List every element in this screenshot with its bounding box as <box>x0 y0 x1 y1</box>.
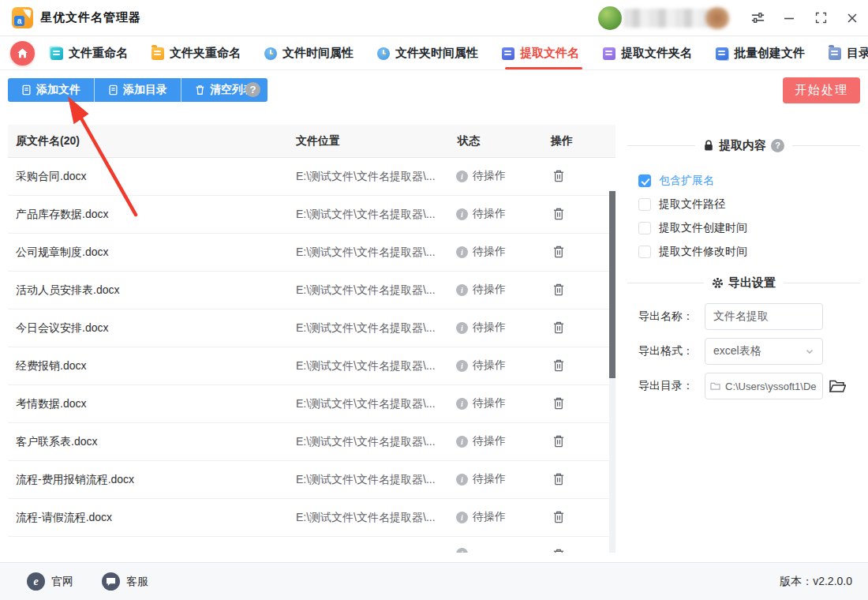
cell-status: i 待操作 <box>456 207 506 221</box>
export-form: 导出名称： 文件名提取 导出格式： excel表格 导出目录： C:\Users… <box>627 303 860 399</box>
extract-option-checkbox[interactable]: 提取文件路径 <box>638 193 860 216</box>
user-avatar[interactable] <box>598 6 622 30</box>
close-button[interactable] <box>836 0 868 36</box>
cell-original-filename: 今日会议安排.docx <box>16 321 108 336</box>
status-text: 待操作 <box>473 245 506 259</box>
trash-icon <box>552 245 565 258</box>
checkbox-label: 包含扩展名 <box>659 174 714 188</box>
table-row: 客户联系表.docx E:\测试文件\文件名提取器\... i 待操作 <box>8 423 615 461</box>
toolbar-button-group: 添加文件 添加目录 清空列表 <box>8 78 268 102</box>
delete-row-button[interactable] <box>552 434 565 450</box>
header-file-location: 文件位置 <box>296 134 340 148</box>
cell-status: i 待操作 <box>456 169 506 183</box>
cell-file-location: E:\测试文件\文件名提取器\... <box>296 283 436 298</box>
status-text: 待操作 <box>473 434 506 448</box>
toolbar-help-icon[interactable]: ? <box>245 82 260 97</box>
divider <box>627 283 704 283</box>
start-processing-button[interactable]: 开始处理 <box>783 77 860 103</box>
tab-item[interactable]: 文件重命名 <box>51 37 128 69</box>
tab-item[interactable]: 文件夹时间属性 <box>377 37 478 69</box>
tab-item[interactable]: 文件夹重命名 <box>152 37 241 69</box>
checkbox-icon[interactable] <box>638 174 651 187</box>
header-status: 状态 <box>458 134 480 148</box>
export-name-input[interactable]: 文件名提取 <box>705 303 823 330</box>
extract-content-section-header: 提取内容 ? <box>627 137 860 153</box>
checkbox-label: 提取文件创建时间 <box>659 221 747 235</box>
export-directory-input[interactable]: C:\Users\yssoft1\De <box>705 373 823 399</box>
info-icon: i <box>456 474 468 486</box>
trash-icon <box>552 396 565 410</box>
checkbox-icon[interactable] <box>638 198 651 211</box>
delete-row-button[interactable] <box>552 396 565 412</box>
delete-row-button[interactable] <box>552 321 565 336</box>
delete-row-button[interactable] <box>552 283 565 298</box>
chat-bubble-icon <box>102 572 120 591</box>
tab-icon <box>829 47 841 60</box>
delete-row-button[interactable] <box>552 169 565 185</box>
user-account-badge[interactable] <box>598 6 726 30</box>
delete-row-button[interactable] <box>552 548 565 553</box>
cell-status: i 待操作 <box>456 321 506 335</box>
table-scrollbar-thumb[interactable] <box>609 191 615 378</box>
folder-mini-icon <box>710 381 720 391</box>
extract-option-checkbox[interactable]: 包含扩展名 <box>638 169 860 193</box>
trash-icon <box>552 169 565 182</box>
home-button[interactable] <box>10 41 35 66</box>
tab-bar: 文件重命名 文件夹重命名 文件时间属性 文件夹时间属性 提取文件名 提取文件夹名… <box>0 37 868 70</box>
export-format-select[interactable]: excel表格 <box>705 338 823 365</box>
extract-option-checkbox[interactable]: 提取文件修改时间 <box>638 240 860 264</box>
checkbox-label: 提取文件路径 <box>659 197 725 212</box>
cell-original-filename: 考情数据.docx <box>16 397 86 411</box>
extract-option-checkbox[interactable]: 提取文件创建时间 <box>638 216 860 240</box>
checkbox-icon[interactable] <box>638 222 651 234</box>
checkbox-icon[interactable] <box>638 246 651 258</box>
customer-support-link[interactable]: 客服 <box>102 572 148 591</box>
checkbox-label: 提取文件修改时间 <box>659 245 747 259</box>
tab-item[interactable]: 批量创建文件 <box>716 37 805 69</box>
add-directory-label: 添加目录 <box>123 83 167 97</box>
info-icon: i <box>456 512 468 523</box>
settings-sliders-icon[interactable] <box>742 0 773 36</box>
delete-row-button[interactable] <box>552 472 565 488</box>
customer-support-label: 客服 <box>126 575 148 589</box>
browse-folder-button[interactable] <box>829 379 846 393</box>
cell-file-location: E:\测试文件\文件名提取器\... <box>296 321 436 336</box>
delete-row-button[interactable] <box>552 510 565 526</box>
tab-icon <box>716 47 728 60</box>
add-file-button[interactable]: 添加文件 <box>8 78 94 102</box>
settings-panel: 提取内容 ? 包含扩展名 提取文件路径 提取文件创建时间 提取文件修改时间 导出… <box>627 126 860 407</box>
table-row: 流程-请假流程.docx E:\测试文件\文件名提取器\... i 待操作 <box>8 499 615 537</box>
tab-item[interactable]: 目录文件合并/提取 <box>829 37 868 69</box>
tab-item[interactable]: 文件时间属性 <box>264 37 354 69</box>
trash-icon <box>552 548 565 553</box>
delete-row-button[interactable] <box>552 358 565 374</box>
minimize-button[interactable] <box>773 0 805 36</box>
table-row: 今日会议安排.docx E:\测试文件\文件名提取器\... i 待操作 <box>8 309 615 347</box>
delete-row-button[interactable] <box>552 245 565 261</box>
cell-status: i 待操作 <box>456 472 506 486</box>
status-text: 待操作 <box>473 358 506 373</box>
extract-options-list: 包含扩展名 提取文件路径 提取文件创建时间 提取文件修改时间 <box>638 169 860 264</box>
delete-row-button[interactable] <box>552 207 565 223</box>
tab-icon <box>377 47 390 60</box>
chevron-down-icon <box>805 347 814 356</box>
table-scrollbar-track[interactable] <box>609 191 615 553</box>
cell-status: i 待操作 <box>456 358 506 373</box>
lock-icon <box>703 140 714 152</box>
tab-label: 文件夹时间属性 <box>395 46 478 61</box>
tab-label: 文件重命名 <box>69 46 128 61</box>
tab-label: 提取文件名 <box>520 46 579 61</box>
table-row: 流程-费用报销流程.docx E:\测试文件\文件名提取器\... i 待操作 <box>8 461 615 499</box>
status-text: 待操作 <box>473 321 506 335</box>
add-directory-button[interactable]: 添加目录 <box>94 78 181 102</box>
cell-original-filename: 产品库存数据.docx <box>16 208 108 222</box>
extract-help-icon[interactable]: ? <box>771 139 784 152</box>
maximize-button[interactable] <box>805 0 836 36</box>
tab-item[interactable]: 提取文件夹名 <box>603 37 692 69</box>
add-file-label: 添加文件 <box>36 83 80 97</box>
title-bar: a 星优文件名管理器 <box>0 0 868 36</box>
tab-item[interactable]: 提取文件名 <box>502 37 579 69</box>
cell-original-filename: 客户联系表.docx <box>16 435 97 449</box>
table-row: 考情数据.docx E:\测试文件\文件名提取器\... i 待操作 <box>8 385 615 423</box>
official-site-link[interactable]: e 官网 <box>27 572 73 591</box>
